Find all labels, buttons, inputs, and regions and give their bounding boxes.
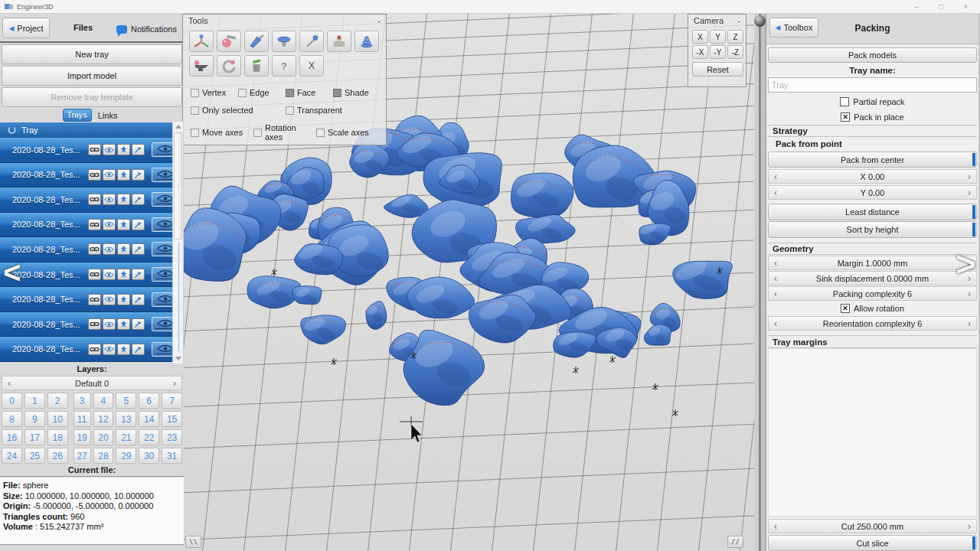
layer-number-button[interactable]: 26	[47, 448, 68, 464]
tools-checkbox[interactable]: Shade	[333, 88, 381, 97]
close-tools-button[interactable]: X	[299, 55, 324, 77]
layer-number-button[interactable]: 16	[2, 429, 22, 445]
viewport-split-right-button[interactable]: //	[727, 536, 743, 548]
scroll-up-arrow[interactable]	[173, 122, 183, 132]
eye-icon[interactable]	[103, 219, 116, 230]
eye-icon[interactable]	[103, 294, 116, 305]
move-icon[interactable]	[117, 219, 130, 230]
layer-number-button[interactable]: 3	[74, 393, 91, 409]
tray-list-item[interactable]: 2020-08-28_Tes...	[0, 163, 184, 188]
allow-rotation-checkbox[interactable]: ✕ Allow rotation	[768, 302, 977, 315]
link-icon[interactable]	[88, 344, 101, 355]
layer-number-button[interactable]: 21	[116, 429, 136, 445]
layer-number-button[interactable]: 2	[47, 393, 68, 409]
eye-icon[interactable]	[103, 243, 116, 255]
camera-axis-button[interactable]: -Z	[727, 45, 743, 59]
decrement-icon[interactable]: ‹	[769, 318, 782, 329]
layer-number-button[interactable]: 29	[116, 448, 136, 464]
eye-icon[interactable]	[103, 169, 116, 181]
decrement-icon[interactable]: ‹	[769, 289, 782, 299]
layer-number-button[interactable]: 25	[24, 448, 45, 464]
layer-number-button[interactable]: 15	[162, 411, 182, 427]
increment-icon[interactable]: ›	[962, 187, 976, 198]
camera-axis-button[interactable]: X	[692, 30, 708, 44]
link-icon[interactable]	[88, 243, 101, 255]
tab-trays[interactable]: Trays	[63, 109, 92, 122]
repair-pick-icon[interactable]	[132, 243, 145, 255]
link-icon[interactable]	[88, 169, 101, 181]
layer-preset-selector[interactable]: ‹ Default 0 ›	[2, 376, 182, 390]
move-icon[interactable]	[117, 169, 130, 181]
camera-axis-button[interactable]: Y	[710, 30, 726, 44]
eye-icon[interactable]	[103, 194, 116, 205]
tray-list-scrollbar[interactable]: ⋮	[172, 121, 184, 364]
maximize-button[interactable]: □	[939, 2, 943, 11]
sort-by-height-button[interactable]: Sort by height	[768, 221, 977, 238]
packing-complexity-spinner[interactable]: ‹Packing complexity 6›	[768, 286, 977, 301]
remove-tray-template-button[interactable]: Remove tray template	[2, 87, 182, 107]
camera-axis-button[interactable]: -X	[692, 45, 708, 59]
camera-minimize-button[interactable]: -	[737, 16, 740, 25]
next-icon[interactable]: ›	[168, 378, 181, 389]
tools-checkbox[interactable]: Move axes	[191, 123, 253, 142]
move-icon[interactable]	[117, 344, 130, 355]
tools-checkbox[interactable]: Edge	[238, 88, 286, 97]
move-icon[interactable]	[117, 243, 130, 255]
link-icon[interactable]	[88, 294, 101, 305]
tray-list-item[interactable]: 2020-08-28_Tes...	[0, 237, 184, 262]
eye-icon[interactable]	[103, 318, 116, 330]
sphere-brush-tool-button[interactable]	[217, 31, 241, 52]
layer-number-button[interactable]: 1	[24, 393, 45, 409]
link-icon[interactable]	[88, 318, 101, 330]
increment-icon[interactable]: ›	[962, 171, 976, 182]
layer-number-button[interactable]: 30	[139, 448, 159, 464]
margin-spinner[interactable]: ‹Margin 1.0000 mm›	[768, 256, 977, 270]
increment-icon[interactable]: ›	[962, 521, 976, 532]
eye-icon[interactable]	[103, 344, 116, 355]
move-icon[interactable]	[117, 144, 130, 155]
repair-pick-icon[interactable]	[132, 219, 145, 230]
scrollbar-thumb[interactable]: ⋮	[174, 132, 182, 240]
tray-name-input[interactable]	[768, 77, 977, 93]
pack-from-center-button[interactable]: Pack from center	[768, 152, 977, 168]
move-icon[interactable]	[117, 194, 130, 205]
stamp-tool-button[interactable]	[327, 31, 351, 52]
move-icon[interactable]	[117, 269, 130, 280]
link-icon[interactable]	[88, 219, 101, 230]
layer-number-button[interactable]: 10	[47, 411, 68, 427]
layer-number-button[interactable]: 12	[93, 411, 114, 427]
pack-x-spinner[interactable]: ‹X 0.00›	[768, 169, 977, 184]
decrement-icon[interactable]: ‹	[769, 521, 782, 532]
pack-in-place-checkbox[interactable]: ✕ Pack in place	[768, 111, 977, 123]
layer-number-button[interactable]: 18	[47, 429, 68, 445]
anvil-tool-button[interactable]	[189, 55, 214, 77]
link-icon[interactable]	[88, 269, 101, 280]
link-icon[interactable]	[88, 144, 101, 155]
import-model-button[interactable]: Import model	[2, 66, 182, 86]
layer-number-button[interactable]: 6	[139, 393, 159, 409]
layer-number-button[interactable]: 22	[139, 429, 159, 445]
layer-number-button[interactable]: 23	[162, 429, 182, 445]
rotate-tool-button[interactable]	[217, 55, 241, 77]
eye-icon[interactable]	[103, 269, 116, 280]
splitter-knob[interactable]	[754, 15, 766, 27]
decrement-icon[interactable]: ‹	[769, 258, 782, 269]
decrement-icon[interactable]: ‹	[769, 187, 782, 198]
link-icon[interactable]	[88, 194, 101, 205]
move-icon[interactable]	[117, 318, 130, 330]
pack-y-spinner[interactable]: ‹Y 0.00›	[768, 185, 977, 200]
layer-number-button[interactable]: 8	[2, 411, 22, 427]
eye-icon[interactable]	[103, 144, 116, 155]
tray-list-item[interactable]: 2020-08-28_Tes...	[0, 312, 184, 337]
layer-number-button[interactable]: 11	[74, 411, 91, 427]
new-tray-button[interactable]: New tray	[2, 44, 182, 64]
move-icon[interactable]	[117, 294, 130, 305]
repair-pick-icon[interactable]	[132, 269, 145, 280]
prev-icon[interactable]: ‹	[2, 378, 16, 389]
pack-models-button[interactable]: Pack models	[768, 47, 977, 63]
repair-pick-icon[interactable]	[132, 169, 145, 181]
repair-pick-icon[interactable]	[132, 344, 145, 355]
trowel-tool-button[interactable]	[244, 31, 269, 52]
tray-group-header[interactable]: Tray	[0, 122, 184, 138]
layer-number-button[interactable]: 28	[93, 448, 114, 464]
